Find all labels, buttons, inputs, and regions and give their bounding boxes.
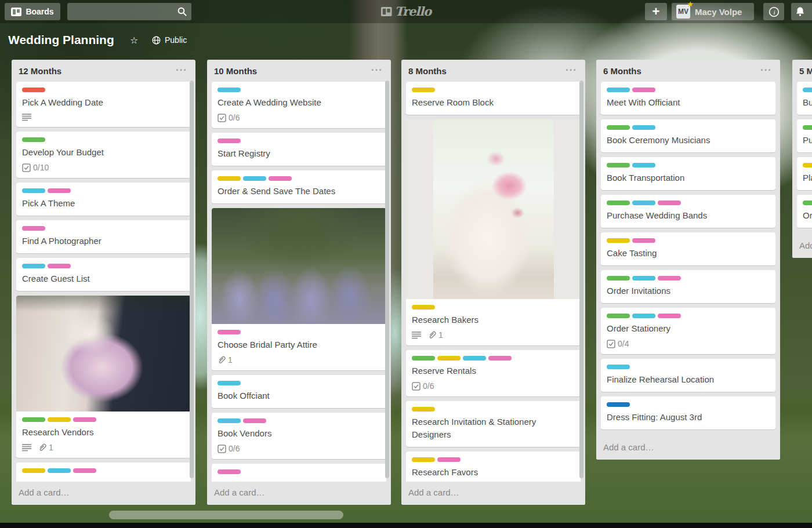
card[interactable]: Research Invitation & Stationery Designe…	[406, 401, 581, 447]
card[interactable]: Research Vendors 1	[16, 296, 191, 458]
checklist-badge: 0/10	[22, 163, 49, 172]
card-labels	[607, 365, 770, 369]
label-pill	[412, 88, 435, 92]
create-new-button[interactable]: +	[645, 3, 667, 20]
card[interactable]: Pu	[797, 119, 812, 152]
info-button[interactable]: i	[763, 3, 784, 20]
card[interactable]: Research Favors	[406, 451, 581, 482]
user-menu[interactable]: MV ★ Macy Volpe	[672, 3, 754, 20]
card-title: Develop Your Budget	[22, 146, 185, 159]
list-menu-icon[interactable]: ···	[563, 62, 579, 78]
avatar: MV ★	[676, 5, 690, 19]
card-labels	[217, 330, 380, 334]
notifications-button[interactable]	[791, 3, 812, 20]
card[interactable]: Find A Photographer	[16, 220, 191, 253]
card-title: Dress Fitting: August 3rd	[607, 411, 770, 424]
trello-logo[interactable]: Trello	[381, 4, 432, 19]
add-card-button[interactable]: Add a card…	[596, 436, 780, 460]
card[interactable]: Reserve Rentals 0/6	[406, 350, 581, 396]
label-pill	[463, 356, 486, 361]
label-pill	[22, 137, 45, 142]
card[interactable]: Book Ceremony Musicians	[601, 119, 775, 152]
card[interactable]: Develop Your Budget 0/10	[16, 132, 191, 178]
card-labels	[22, 264, 185, 268]
card[interactable]: Choose Bridal Party Attire 1	[212, 208, 386, 370]
list-scrollbar[interactable]	[579, 81, 583, 478]
label-pill	[658, 201, 681, 205]
star-icon[interactable]: ☆	[130, 35, 138, 46]
checklist-badge: 0/6	[217, 444, 240, 453]
horizontal-scrollbar[interactable]	[109, 511, 343, 519]
card-labels	[412, 356, 575, 361]
card[interactable]: Research Bakers 1	[406, 119, 581, 345]
card[interactable]: Create Guest List	[16, 258, 191, 291]
card-badges: 1	[22, 443, 185, 452]
list-header: 5 Months	[792, 60, 812, 82]
search-icon[interactable]	[177, 7, 187, 16]
add-card-button[interactable]: Add a card…	[12, 482, 195, 505]
card[interactable]: Order Invitations	[601, 270, 775, 303]
search-input[interactable]	[67, 3, 191, 20]
card-badges: 1	[217, 355, 380, 365]
card[interactable]: Meet With Officiant	[601, 82, 775, 115]
card-labels	[607, 238, 770, 243]
list-menu-icon[interactable]: ···	[173, 62, 190, 78]
card[interactable]: Book Transportation	[601, 157, 775, 190]
card[interactable]: Purchase Wedding Bands	[601, 195, 775, 228]
visibility-label: Public	[165, 35, 187, 45]
list-menu-icon[interactable]: ···	[758, 62, 774, 78]
card[interactable]: Bu	[797, 82, 812, 115]
card[interactable]: Book Offciant	[212, 375, 386, 408]
board-title[interactable]: Wedding Planning	[8, 33, 114, 47]
card[interactable]: Finalize Rehearsal Location	[601, 359, 775, 392]
label-pill	[412, 305, 435, 309]
card[interactable]: Order Stationery 0/4	[601, 308, 775, 354]
label-pill	[217, 469, 241, 474]
card[interactable]: Or	[797, 195, 812, 228]
card[interactable]	[16, 463, 191, 482]
card[interactable]: Start Registry	[212, 133, 386, 166]
attachment-badge: 1	[217, 355, 233, 365]
card[interactable]: Pla	[797, 157, 812, 190]
card[interactable]: Book Vendors 0/6	[212, 413, 386, 459]
label-pill	[607, 88, 630, 92]
card[interactable]: Pick A Wedding Date	[16, 82, 191, 127]
card[interactable]: Create A Wedding Website 0/6	[212, 82, 386, 128]
card-badges: 0/4	[607, 339, 770, 348]
card-title: Research Bakers	[412, 314, 575, 326]
card-cover-image-wedding-cake	[433, 119, 554, 299]
trello-logo-icon	[381, 7, 392, 16]
board-visibility[interactable]: Public	[152, 35, 187, 45]
label-pill	[217, 418, 241, 423]
card[interactable]: Reserve Room Block	[406, 82, 581, 115]
card[interactable]: Dress Fitting: August 3rd	[601, 396, 775, 429]
add-card-button[interactable]: Add a card…	[792, 235, 812, 258]
label-pill	[632, 201, 655, 205]
boards-button[interactable]: Boards	[5, 3, 60, 20]
attachment-badge: 1	[428, 330, 443, 340]
add-card-button[interactable]: Add a card…	[401, 482, 585, 505]
card-labels	[607, 201, 770, 205]
info-icon: i	[768, 6, 780, 17]
label-pill	[48, 264, 71, 268]
card-title: Pu	[803, 134, 812, 147]
list-title: 5 Months	[799, 66, 812, 76]
card-badges: 0/10	[22, 163, 185, 172]
card[interactable]	[212, 464, 386, 482]
list-scrollbar[interactable]	[190, 81, 194, 478]
list-header: 12 Months ···	[12, 60, 195, 82]
list-header: 10 Months ···	[207, 60, 391, 82]
gold-star-icon: ★	[687, 1, 693, 8]
add-card-button[interactable]: Add a card…	[207, 482, 391, 505]
card[interactable]: Order & Send Save The Dates	[212, 170, 386, 203]
list-menu-icon[interactable]: ···	[369, 62, 385, 78]
card-labels	[217, 381, 380, 385]
card-title: Book Ceremony Musicians	[607, 134, 770, 147]
card-title: Finalize Rehearsal Location	[607, 373, 770, 386]
card[interactable]: Pick A Theme	[16, 183, 191, 216]
list-scrollbar[interactable]	[385, 81, 389, 478]
label-pill	[658, 314, 681, 318]
label-pill	[803, 163, 812, 167]
attachment-badge: 1	[38, 443, 53, 452]
card[interactable]: Cake Tasting	[601, 232, 775, 265]
